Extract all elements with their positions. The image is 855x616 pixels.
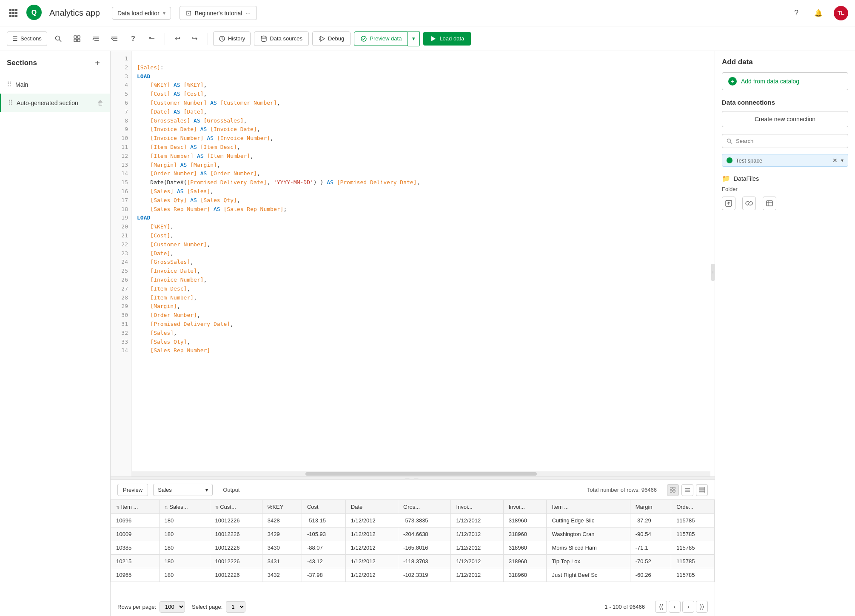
editor-selector[interactable]: Data load editor ▾ xyxy=(112,7,171,20)
load-data-btn[interactable]: Load data xyxy=(423,32,471,46)
svg-rect-5 xyxy=(15,12,17,14)
debug-btn[interactable]: Debug xyxy=(312,31,351,46)
page-first-btn[interactable]: ⟨⟨ xyxy=(655,601,667,613)
rows-per-page-select[interactable]: 100 50 200 xyxy=(160,601,185,613)
col-header-orde[interactable]: Orde... xyxy=(671,500,715,514)
table-row: 10696180100122263428-513.151/12/2012-573… xyxy=(111,514,715,528)
table-selector[interactable]: Sales ▾ xyxy=(153,484,213,496)
qlik-logo[interactable]: Q xyxy=(26,4,43,22)
col-header-cost[interactable]: Cost xyxy=(302,500,345,514)
col-header-gros[interactable]: Gros... xyxy=(398,500,451,514)
tag-expand-icon[interactable]: ▾ xyxy=(841,157,844,163)
list-view-icon[interactable] xyxy=(681,484,693,496)
layout-view-btn[interactable] xyxy=(69,31,85,46)
link-file-icon[interactable] xyxy=(742,197,756,210)
select-page-label: Select page: xyxy=(192,604,222,610)
debug-label: Debug xyxy=(328,35,344,42)
drag-handle-auto: ⠿ xyxy=(8,99,13,107)
indent-btn[interactable] xyxy=(88,31,103,46)
search-input[interactable] xyxy=(736,138,844,144)
page-next-btn[interactable]: › xyxy=(682,601,694,613)
data-connections-title: Data connections xyxy=(722,99,848,106)
sections-label: Sections xyxy=(20,35,42,42)
drag-handle-main: ⠿ xyxy=(7,80,12,88)
comment-btn[interactable] xyxy=(144,31,160,46)
sidebar-item-main[interactable]: ⠿ Main xyxy=(0,75,110,94)
select-page-select[interactable]: 1 2 xyxy=(226,601,245,613)
select-file-icon[interactable] xyxy=(763,197,776,210)
tutorial-label: Beginner's tutorial xyxy=(195,10,242,17)
notification-icon[interactable]: 🔔 xyxy=(812,6,825,20)
page-last-btn[interactable]: ⟩⟩ xyxy=(696,601,708,613)
col-header-date[interactable]: Date xyxy=(345,500,398,514)
table-selector-chevron: ▾ xyxy=(205,487,208,493)
col-header-item[interactable]: ⇅ Item ... xyxy=(111,500,160,514)
upload-file-icon[interactable] xyxy=(722,197,735,210)
grid-view-icon[interactable] xyxy=(667,484,679,496)
col-header-invoi2[interactable]: Invoi... xyxy=(503,500,547,514)
svg-rect-36 xyxy=(673,490,675,492)
output-tab[interactable]: Output xyxy=(218,484,245,496)
help-icon[interactable]: ? xyxy=(789,6,803,20)
col-header-item2[interactable]: Item ... xyxy=(547,500,630,514)
folder-label: Folder xyxy=(722,186,848,192)
svg-rect-2 xyxy=(15,9,17,11)
sidebar-item-autogenerated[interactable]: ⠿ Auto-generated section 🗑 xyxy=(0,94,110,112)
col-header-cust[interactable]: ⇅ Cust... xyxy=(210,500,262,514)
search-box[interactable] xyxy=(722,134,848,148)
search-btn[interactable] xyxy=(51,31,66,46)
add-from-catalog-btn[interactable]: + Add from data catalog xyxy=(722,72,848,90)
tutorial-btn[interactable]: ⊡ Beginner's tutorial ··· xyxy=(180,6,257,20)
col-header-margin[interactable]: Margin xyxy=(630,500,671,514)
tag-close-icon[interactable]: ✕ xyxy=(832,157,838,164)
svg-rect-34 xyxy=(673,487,675,489)
tutorial-more-icon[interactable]: ··· xyxy=(245,10,251,17)
sidebar-item-label-main: Main xyxy=(15,81,103,88)
avatar[interactable]: TL xyxy=(834,6,848,20)
svg-rect-40 xyxy=(699,487,705,489)
preview-data-chevron[interactable]: ▾ xyxy=(408,31,420,46)
data-table-wrapper[interactable]: ⇅ Item ... ⇅ Sales... ⇅ Cust... %KEY Cos… xyxy=(111,500,715,597)
sidebar: Sections + ⠿ Main ⠿ Auto-generated secti… xyxy=(0,51,111,616)
svg-rect-14 xyxy=(77,36,80,38)
resize-handle[interactable]: — — xyxy=(111,476,715,480)
add-section-btn[interactable]: + xyxy=(91,57,103,69)
undo-btn[interactable]: ↩ xyxy=(170,31,185,46)
outdent-btn[interactable] xyxy=(107,31,122,46)
col-header-key[interactable]: %KEY xyxy=(262,500,302,514)
sections-toggle-btn[interactable]: ☰ Sections xyxy=(7,31,47,46)
table-row: 10215180100122263431-43.121/12/2012-118.… xyxy=(111,555,715,568)
compact-view-icon[interactable] xyxy=(696,484,708,496)
preview-data-btn[interactable]: Preview data xyxy=(354,31,408,46)
main-layout: Sections + ⠿ Main ⠿ Auto-generated secti… xyxy=(0,51,855,616)
data-sources-btn[interactable]: Data sources xyxy=(254,31,309,46)
add-data-title: Add data xyxy=(722,58,848,66)
code-editor[interactable]: 1234567891011121314151617181920212223242… xyxy=(111,51,715,476)
col-header-sales[interactable]: ⇅ Sales... xyxy=(159,500,210,514)
status-bar: Rows per page: 100 50 200 Select page: 1… xyxy=(111,597,715,616)
history-label: History xyxy=(228,35,245,42)
col-header-invoi1[interactable]: Invoi... xyxy=(451,500,503,514)
preview-tab[interactable]: Preview xyxy=(117,484,148,496)
folder-icon: 📁 xyxy=(722,174,730,183)
history-btn[interactable]: History xyxy=(213,31,251,46)
create-connection-btn[interactable]: Create new connection xyxy=(722,111,848,127)
app-title: Analytics app xyxy=(49,8,100,18)
rows-per-page-label: Rows per page: xyxy=(117,604,156,610)
svg-rect-7 xyxy=(12,15,14,17)
catalog-btn-label: Add from data catalog xyxy=(741,78,799,85)
code-content[interactable]: [Sales]: LOAD [%KEY] AS [%KEY], [Cost] A… xyxy=(132,51,715,476)
svg-rect-1 xyxy=(12,9,14,11)
app-grid-icon[interactable] xyxy=(7,6,20,20)
svg-rect-47 xyxy=(767,201,772,206)
delete-section-icon[interactable]: 🗑 xyxy=(97,100,103,106)
redo-btn[interactable]: ↪ xyxy=(187,31,202,46)
editor-selector-chevron: ▾ xyxy=(163,10,165,16)
svg-rect-4 xyxy=(12,12,14,14)
svg-marker-28 xyxy=(320,36,325,41)
qlik-space-dot xyxy=(727,157,732,163)
datafiles-label: DataFiles xyxy=(734,175,759,182)
page-prev-btn[interactable]: ‹ xyxy=(669,601,681,613)
help-code-btn[interactable]: ? xyxy=(125,31,141,46)
bottom-toolbar: Preview Sales ▾ Output Total number of r… xyxy=(111,480,715,500)
